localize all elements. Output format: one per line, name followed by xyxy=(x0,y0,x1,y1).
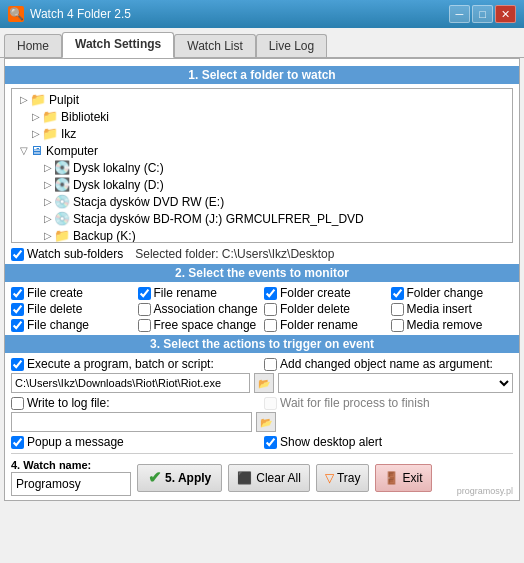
event-label: File create xyxy=(27,286,83,300)
event-label: Free space change xyxy=(154,318,257,332)
event-label: File delete xyxy=(27,302,82,316)
watch-name-label: 4. Watch name: xyxy=(11,459,131,471)
desktop-alert-checkbox[interactable] xyxy=(264,436,277,449)
event-label: Folder create xyxy=(280,286,351,300)
write-log-checkbox[interactable] xyxy=(11,397,24,410)
watch-name-section: 4. Watch name: xyxy=(11,459,131,496)
main-panel: 1. Select a folder to watch ▷ 📁 Pulpit ▷… xyxy=(4,58,520,501)
computer-icon: 🖥 xyxy=(30,143,43,158)
tray-button[interactable]: ▽ Tray xyxy=(316,464,370,492)
event-label: Folder change xyxy=(407,286,484,300)
watch-subfolders-text: Watch sub-folders xyxy=(27,247,123,261)
tree-expander[interactable]: ▽ xyxy=(18,145,30,156)
event-folder-create[interactable]: Folder create xyxy=(264,286,387,300)
event-file-create[interactable]: File create xyxy=(11,286,134,300)
event-folder-delete[interactable]: Folder delete xyxy=(264,302,387,316)
event-label: File rename xyxy=(154,286,217,300)
event-file-rename[interactable]: File rename xyxy=(138,286,261,300)
folder-tree[interactable]: ▷ 📁 Pulpit ▷ 📁 Biblioteki ▷ 📁 Ikz ▽ 🖥 Ko… xyxy=(11,88,513,243)
maximize-button[interactable]: □ xyxy=(472,5,493,23)
folder-icon: 📁 xyxy=(42,109,58,124)
tree-item-backup[interactable]: ▷ 📁 Backup (K:) xyxy=(14,227,510,243)
desktop-alert-label[interactable]: Show desktop alert xyxy=(264,435,513,449)
argument-select[interactable] xyxy=(278,373,513,393)
tab-watch-list[interactable]: Watch List xyxy=(174,34,256,57)
tree-expander[interactable]: ▷ xyxy=(42,179,54,190)
event-folder-change[interactable]: Folder change xyxy=(391,286,514,300)
write-log-label[interactable]: Write to log file: xyxy=(11,396,260,410)
tree-item-ikz[interactable]: ▷ 📁 Ikz xyxy=(14,125,510,142)
exit-label: Exit xyxy=(402,471,422,485)
drive-icon: 💽 xyxy=(54,177,70,192)
tree-item-dvd-j[interactable]: ▷ 💿 Stacja dysków BD-ROM (J:) GRMCULFRER… xyxy=(14,210,510,227)
folder-icon: 📁 xyxy=(30,92,46,107)
tab-bar: Home Watch Settings Watch List Live Log xyxy=(0,28,524,58)
event-folder-rename[interactable]: Folder rename xyxy=(264,318,387,332)
close-button[interactable]: ✕ xyxy=(495,5,516,23)
execute-path-input[interactable] xyxy=(11,373,250,393)
tray-icon: ▽ xyxy=(325,471,334,485)
tree-label: Dysk lokalny (D:) xyxy=(73,178,164,192)
folder-icon: 📁 xyxy=(42,126,58,141)
tree-item-pulpit[interactable]: ▷ 📁 Pulpit xyxy=(14,91,510,108)
event-label: Folder rename xyxy=(280,318,358,332)
event-association-change[interactable]: Association change xyxy=(138,302,261,316)
execute-checkbox-label[interactable]: Execute a program, batch or script: xyxy=(11,357,260,371)
add-changed-label[interactable]: Add changed object name as argument: xyxy=(264,357,513,371)
drive-icon: 💽 xyxy=(54,160,70,175)
tab-home[interactable]: Home xyxy=(4,34,62,57)
bottom-bar: 4. Watch name: ✔ 5. Apply ⬛ Clear All ▽ … xyxy=(11,453,513,496)
tree-item-biblioteki[interactable]: ▷ 📁 Biblioteki xyxy=(14,108,510,125)
tree-expander[interactable]: ▷ xyxy=(30,128,42,139)
window-controls: ─ □ ✕ xyxy=(449,5,516,23)
popup-checkbox-label[interactable]: Popup a message xyxy=(11,435,260,449)
event-label: Folder delete xyxy=(280,302,350,316)
tree-label: Dysk lokalny (C:) xyxy=(73,161,164,175)
tree-expander[interactable]: ▷ xyxy=(42,213,54,224)
tree-item-komputer[interactable]: ▽ 🖥 Komputer xyxy=(14,142,510,159)
log-path-input[interactable] xyxy=(11,412,252,432)
execute-label: Execute a program, batch or script: xyxy=(27,357,214,371)
tree-expander[interactable]: ▷ xyxy=(42,196,54,207)
tree-item-drive-d[interactable]: ▷ 💽 Dysk lokalny (D:) xyxy=(14,176,510,193)
tree-item-drive-c[interactable]: ▷ 💽 Dysk lokalny (C:) xyxy=(14,159,510,176)
tree-expander[interactable]: ▷ xyxy=(18,94,30,105)
popup-checkbox[interactable] xyxy=(11,436,24,449)
wait-text: Wait for file process to finish xyxy=(280,396,430,410)
minimize-button[interactable]: ─ xyxy=(449,5,470,23)
tree-expander[interactable]: ▷ xyxy=(42,230,54,241)
write-log-text: Write to log file: xyxy=(27,396,109,410)
apply-button[interactable]: ✔ 5. Apply xyxy=(137,464,222,492)
clear-button[interactable]: ⬛ Clear All xyxy=(228,464,310,492)
event-file-change[interactable]: File change xyxy=(11,318,134,332)
watch-subfolders-checkbox[interactable] xyxy=(11,248,24,261)
tree-label: Biblioteki xyxy=(61,110,109,124)
event-file-delete[interactable]: File delete xyxy=(11,302,134,316)
dvd-icon: 💿 xyxy=(54,194,70,209)
apply-label: 5. Apply xyxy=(165,471,211,485)
apply-icon: ✔ xyxy=(148,468,161,487)
tree-label: Pulpit xyxy=(49,93,79,107)
popup-row: Popup a message Show desktop alert xyxy=(11,435,513,449)
event-free-space-change[interactable]: Free space change xyxy=(138,318,261,332)
add-changed-text: Add changed object name as argument: xyxy=(280,357,493,371)
section1-header: 1. Select a folder to watch xyxy=(5,66,519,84)
tab-watch-settings[interactable]: Watch Settings xyxy=(62,32,174,58)
event-label: Association change xyxy=(154,302,258,316)
tree-expander[interactable]: ▷ xyxy=(42,162,54,173)
watch-name-input[interactable] xyxy=(11,472,131,496)
tab-live-log[interactable]: Live Log xyxy=(256,34,327,57)
exit-button[interactable]: 🚪 Exit xyxy=(375,464,431,492)
execute-browse-button[interactable]: 📂 xyxy=(254,373,274,393)
tree-expander[interactable]: ▷ xyxy=(30,111,42,122)
actions-section: Execute a program, batch or script: Add … xyxy=(11,357,513,449)
event-media-remove[interactable]: Media remove xyxy=(391,318,514,332)
execute-checkbox[interactable] xyxy=(11,358,24,371)
log-browse-button[interactable]: 📂 xyxy=(256,412,276,432)
desktop-alert-text: Show desktop alert xyxy=(280,435,382,449)
event-media-insert[interactable]: Media insert xyxy=(391,302,514,316)
app-icon: 🔍 xyxy=(8,6,24,22)
watch-subfolders-label[interactable]: Watch sub-folders xyxy=(11,247,123,261)
tree-item-dvd-e[interactable]: ▷ 💿 Stacja dysków DVD RW (E:) xyxy=(14,193,510,210)
add-changed-checkbox[interactable] xyxy=(264,358,277,371)
